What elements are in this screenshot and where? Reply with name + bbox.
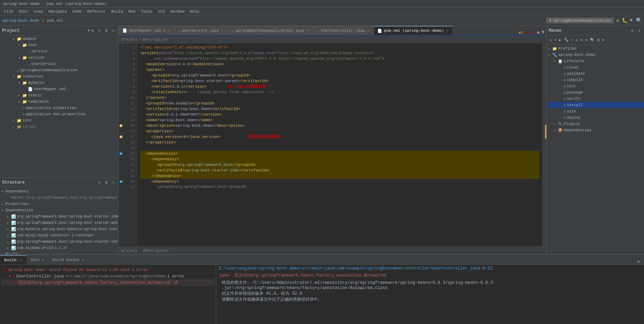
- tree-item-user[interactable]: ▾ 📁 User: [0, 42, 118, 48]
- maven-install[interactable]: ⚙ install: [547, 102, 644, 108]
- struct-parent[interactable]: Parent (org.springframework.boot:org.spr…: [0, 194, 118, 201]
- tab-usermapper-close[interactable]: ✕: [168, 29, 170, 33]
- tab-pom[interactable]: 📄 pom.xml (spring-boot-demo) ✕: [373, 26, 453, 35]
- maven-clean[interactable]: ⚙ clean: [547, 64, 644, 71]
- tree-item-target[interactable]: ▸ 📁 target: [0, 124, 118, 130]
- error-file-path[interactable]: E:\LearningJava\spring-boot-demo\src\mai…: [219, 266, 493, 271]
- tree-item-springbootapp[interactable]: ☕ SpringBootDemoApplication: [0, 67, 118, 73]
- collapse-all-icon[interactable]: ≡: [97, 28, 102, 34]
- maven-generate[interactable]: +: [570, 37, 574, 43]
- code-area[interactable]: <?xml version="1.0" encoding="UTF-8"?> <…: [137, 43, 542, 246]
- tree-item-service-folder[interactable]: ▾ 📁 service: [0, 54, 118, 61]
- maven-settings-icon[interactable]: ⚙: [629, 28, 635, 34]
- tree-item-domain[interactable]: ▸ 📁 domain: [0, 36, 118, 42]
- maven-toggle[interactable]: ≡: [585, 37, 589, 43]
- structure-settings[interactable]: ⚙: [104, 180, 109, 185]
- tab-overflow[interactable]: ⋮: [453, 28, 459, 35]
- maven-profiles[interactable]: ▸ 📁 Profiles: [547, 45, 644, 52]
- run-config[interactable]: ⚙ SpringBootDemoApplication: [546, 17, 614, 23]
- nav-down[interactable]: ▼: [541, 30, 544, 35]
- view-description-tab[interactable]: description: [140, 249, 171, 253]
- maven-run[interactable]: ▶: [575, 37, 579, 43]
- tab-springbootapp[interactable]: ☕ SpringBootDemoApplication.java ✕: [227, 26, 313, 35]
- tree-item-usermapper-xml[interactable]: 📄 UserMapper.xml: [0, 86, 118, 92]
- maven-compile[interactable]: ⚙ compile: [547, 77, 644, 83]
- structure-close[interactable]: ✕: [111, 180, 116, 185]
- maven-collapse[interactable]: ⊟: [601, 37, 605, 43]
- maven-spring-boot-demo[interactable]: ▾ 🔧 spring-boot-demo: [547, 52, 644, 58]
- menu-run[interactable]: Run: [126, 9, 138, 14]
- struct-dependencies[interactable]: ▾ Dependencies: [0, 207, 118, 213]
- build-error-group[interactable]: ▾ ⊗ UserController.java src/main/java/co…: [1, 273, 214, 279]
- struct-build[interactable]: ▸ Build: [0, 251, 118, 254]
- maven-package[interactable]: ⚙ package: [547, 89, 644, 96]
- maven-execute[interactable]: ▶: [558, 37, 562, 43]
- bottom-tab-build[interactable]: Build: ✕: [0, 255, 26, 264]
- run-button[interactable]: ▶: [617, 17, 620, 23]
- struct-dependency[interactable]: ▾ Dependency: [0, 188, 118, 194]
- tab-usercontroller[interactable]: ☕ UserController.java ✕: [313, 26, 373, 35]
- bottom-tab-sync-close[interactable]: ✕: [42, 258, 44, 262]
- tree-item-resources[interactable]: ▾ 📁 resources: [0, 73, 118, 80]
- bottom-settings[interactable]: ⚙: [636, 259, 641, 264]
- menu-edit[interactable]: Edit: [16, 9, 31, 14]
- tab-usercontroller-close[interactable]: ✕: [368, 29, 370, 33]
- maven-plugins[interactable]: ▸ 🔌 Plugins: [547, 121, 644, 127]
- expand-all-icon[interactable]: ⊞: [90, 28, 95, 34]
- search-everywhere[interactable]: 🔍: [636, 17, 642, 23]
- tab-userservice-close[interactable]: ✕: [221, 29, 223, 33]
- maven-run-config[interactable]: 🔧: [563, 37, 569, 43]
- tree-item-userservice[interactable]: ☕ UserService: [0, 61, 118, 67]
- maven-site[interactable]: ⚙ site: [547, 108, 644, 115]
- view-project-tab[interactable]: project: [119, 249, 140, 253]
- struct-properties[interactable]: ▸ Properties: [0, 201, 118, 207]
- struct-dep-mysql[interactable]: ▸ 📊 com.mysql:mysql-connector-j:<unknown…: [0, 232, 118, 238]
- maven-dependencies[interactable]: ▸ 📦 Dependencies: [547, 127, 644, 133]
- maven-verify[interactable]: ⚙ verify: [547, 96, 644, 102]
- tree-item-app-dev-props[interactable]: ⚙ application-dev.properties: [0, 111, 118, 117]
- maven-expand[interactable]: ⊞: [597, 37, 600, 43]
- maven-skip[interactable]: ⊘: [580, 37, 584, 43]
- nav-up[interactable]: ▲: [537, 30, 539, 35]
- bottom-tab-build-close[interactable]: ✕: [20, 258, 22, 262]
- bottom-tab-build-output[interactable]: Build Output ✕: [48, 255, 88, 264]
- tab-pom-close[interactable]: ✕: [447, 29, 449, 33]
- menu-navigate[interactable]: Navigate: [46, 9, 70, 14]
- more-run-btn[interactable]: ▼: [630, 18, 632, 23]
- tab-usermapper[interactable]: 📄 UserMapper.xml ● ✕: [119, 26, 174, 35]
- maven-deploy[interactable]: ⚙ deploy: [547, 115, 644, 121]
- maven-reload[interactable]: ↻: [549, 37, 553, 43]
- menu-build[interactable]: Build: [108, 9, 126, 14]
- maven-validate[interactable]: ⚙ validate: [547, 71, 644, 77]
- structure-expand[interactable]: ≡: [97, 180, 102, 185]
- tree-item-service-inner[interactable]: ☕ service: [0, 48, 118, 54]
- tree-item-test[interactable]: ▸ 📁 test: [0, 117, 118, 124]
- debug-button[interactable]: 🐛: [622, 17, 628, 23]
- settings-icon[interactable]: ⚙: [104, 28, 109, 34]
- struct-dep-jdbc[interactable]: ▸ 📊 org.springframework.boot:spring-boot…: [0, 213, 118, 220]
- maven-close-icon[interactable]: ✕: [636, 28, 642, 34]
- tree-item-mybatis[interactable]: ▾ 📁 mybatis: [0, 80, 118, 86]
- tab-userservice[interactable]: ☕ UserService.java ✕: [174, 26, 227, 35]
- menu-file[interactable]: File: [1, 9, 16, 14]
- maven-test[interactable]: ⚙ test: [547, 83, 644, 89]
- tree-item-static[interactable]: ▸ 📁 static: [0, 92, 118, 98]
- menu-view[interactable]: View: [31, 9, 46, 14]
- tree-item-templates[interactable]: ▸ 📁 templates: [0, 98, 118, 105]
- editor-scrollbar[interactable]: [542, 43, 546, 246]
- maven-lifecycle-folder[interactable]: ▾ 📋 Lifecycle: [547, 58, 644, 64]
- struct-dep-mybatis[interactable]: ▸ 📊 org.mybatis.spring.boot:mybatis-spri…: [0, 226, 118, 232]
- close-project-panel[interactable]: ✕: [111, 28, 116, 34]
- struct-dep-web[interactable]: ▸ 📊 org.springframework.boot:spring-boot…: [0, 220, 118, 226]
- menu-tools[interactable]: Tools: [138, 9, 155, 14]
- menu-help[interactable]: Help: [187, 9, 202, 14]
- maven-download-sources[interactable]: ⬇: [554, 37, 558, 43]
- menu-refactor[interactable]: Refactor: [84, 9, 108, 14]
- struct-dep-druid[interactable]: ▸ 📊 com.alibaba:druid:1.1.17: [0, 245, 118, 251]
- struct-dep-test[interactable]: ▸ 📊 org.springframework.boot:spring-boot…: [0, 238, 118, 245]
- bottom-tab-sync[interactable]: Sync ✕: [26, 255, 48, 264]
- menu-code[interactable]: Code: [70, 9, 84, 14]
- maven-search[interactable]: 🔍: [589, 37, 596, 43]
- menu-vcs[interactable]: VCS: [155, 9, 168, 14]
- tab-springbootapp-close[interactable]: ✕: [307, 29, 309, 33]
